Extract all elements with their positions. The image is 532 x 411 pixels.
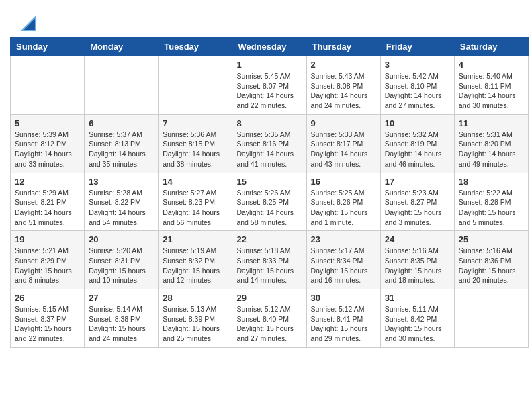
day-info: Sunrise: 5:35 AMSunset: 8:16 PMDaylight:… — [236, 130, 302, 169]
calendar-cell: 17Sunrise: 5:23 AMSunset: 8:27 PMDayligh… — [380, 173, 454, 231]
weekday-header: Monday — [85, 38, 159, 56]
calendar-cell: 2Sunrise: 5:43 AMSunset: 8:08 PMDaylight… — [306, 56, 380, 115]
day-info: Sunrise: 5:37 AMSunset: 8:13 PMDaylight:… — [89, 130, 154, 169]
day-number: 24 — [385, 234, 450, 244]
day-number: 31 — [385, 293, 450, 303]
calendar-cell: 24Sunrise: 5:16 AMSunset: 8:35 PMDayligh… — [380, 231, 454, 289]
calendar-cell: 18Sunrise: 5:22 AMSunset: 8:28 PMDayligh… — [454, 173, 528, 231]
day-info: Sunrise: 5:16 AMSunset: 8:35 PMDaylight:… — [385, 246, 450, 285]
calendar-cell: 15Sunrise: 5:26 AMSunset: 8:25 PMDayligh… — [232, 173, 306, 231]
calendar-cell: 20Sunrise: 5:20 AMSunset: 8:31 PMDayligh… — [85, 231, 159, 289]
day-number: 5 — [15, 118, 80, 128]
calendar-table: SundayMondayTuesdayWednesdayThursdayFrid… — [10, 37, 529, 348]
day-number: 18 — [459, 177, 524, 187]
day-number: 25 — [459, 234, 524, 244]
day-number: 27 — [89, 293, 154, 303]
calendar-cell — [11, 56, 85, 115]
calendar-cell: 12Sunrise: 5:29 AMSunset: 8:21 PMDayligh… — [11, 173, 85, 231]
day-info: Sunrise: 5:23 AMSunset: 8:27 PMDaylight:… — [385, 188, 450, 228]
day-number: 20 — [89, 234, 154, 244]
day-number: 9 — [311, 118, 376, 128]
day-info: Sunrise: 5:20 AMSunset: 8:31 PMDaylight:… — [89, 246, 154, 285]
day-info: Sunrise: 5:19 AMSunset: 8:32 PMDaylight:… — [163, 246, 228, 285]
day-number: 29 — [236, 293, 302, 303]
day-info: Sunrise: 5:26 AMSunset: 8:25 PMDaylight:… — [236, 188, 302, 228]
calendar-cell: 25Sunrise: 5:16 AMSunset: 8:36 PMDayligh… — [454, 231, 528, 289]
day-number: 22 — [236, 234, 302, 244]
calendar-cell: 21Sunrise: 5:19 AMSunset: 8:32 PMDayligh… — [159, 231, 232, 289]
day-number: 30 — [311, 293, 376, 303]
page-header — [7, 7, 525, 37]
day-info: Sunrise: 5:40 AMSunset: 8:11 PMDaylight:… — [459, 71, 524, 111]
day-number: 8 — [236, 118, 302, 128]
day-info: Sunrise: 5:25 AMSunset: 8:26 PMDaylight:… — [311, 188, 376, 228]
day-number: 4 — [459, 60, 524, 70]
calendar-cell: 29Sunrise: 5:12 AMSunset: 8:40 PMDayligh… — [232, 289, 306, 348]
calendar-cell: 27Sunrise: 5:14 AMSunset: 8:38 PMDayligh… — [85, 289, 159, 348]
day-info: Sunrise: 5:42 AMSunset: 8:10 PMDaylight:… — [385, 71, 450, 111]
day-number: 28 — [163, 293, 228, 303]
day-number: 11 — [459, 118, 524, 128]
day-info: Sunrise: 5:29 AMSunset: 8:21 PMDaylight:… — [15, 188, 80, 228]
day-number: 19 — [15, 234, 80, 244]
day-info: Sunrise: 5:16 AMSunset: 8:36 PMDaylight:… — [459, 246, 524, 285]
day-info: Sunrise: 5:36 AMSunset: 8:15 PMDaylight:… — [163, 130, 228, 169]
day-number: 7 — [163, 118, 228, 128]
calendar-cell: 1Sunrise: 5:45 AMSunset: 8:07 PMDaylight… — [232, 56, 306, 115]
day-number: 14 — [163, 177, 228, 187]
calendar-cell: 3Sunrise: 5:42 AMSunset: 8:10 PMDaylight… — [380, 56, 454, 115]
calendar-week-row: 12Sunrise: 5:29 AMSunset: 8:21 PMDayligh… — [11, 173, 529, 231]
weekday-header: Friday — [380, 38, 454, 56]
day-number: 3 — [385, 60, 450, 70]
calendar-cell: 31Sunrise: 5:11 AMSunset: 8:42 PMDayligh… — [380, 289, 454, 348]
day-info: Sunrise: 5:39 AMSunset: 8:12 PMDaylight:… — [15, 130, 80, 169]
day-info: Sunrise: 5:21 AMSunset: 8:29 PMDaylight:… — [15, 246, 80, 285]
day-number: 6 — [89, 118, 154, 128]
day-number: 21 — [163, 234, 228, 244]
calendar-cell: 30Sunrise: 5:12 AMSunset: 8:41 PMDayligh… — [306, 289, 380, 348]
day-number: 23 — [311, 234, 376, 244]
day-info: Sunrise: 5:27 AMSunset: 8:23 PMDaylight:… — [163, 188, 228, 228]
calendar-cell: 14Sunrise: 5:27 AMSunset: 8:23 PMDayligh… — [159, 173, 232, 231]
day-info: Sunrise: 5:45 AMSunset: 8:07 PMDaylight:… — [236, 71, 302, 111]
calendar-cell: 5Sunrise: 5:39 AMSunset: 8:12 PMDaylight… — [11, 114, 85, 173]
calendar-cell: 28Sunrise: 5:13 AMSunset: 8:39 PMDayligh… — [159, 289, 232, 348]
calendar-cell: 4Sunrise: 5:40 AMSunset: 8:11 PMDaylight… — [454, 56, 528, 115]
calendar-cell: 11Sunrise: 5:31 AMSunset: 8:20 PMDayligh… — [454, 114, 528, 173]
calendar-week-row: 19Sunrise: 5:21 AMSunset: 8:29 PMDayligh… — [11, 231, 529, 289]
day-number: 10 — [385, 118, 450, 128]
calendar-cell: 7Sunrise: 5:36 AMSunset: 8:15 PMDaylight… — [159, 114, 232, 173]
day-info: Sunrise: 5:28 AMSunset: 8:22 PMDaylight:… — [89, 188, 154, 228]
calendar-cell: 6Sunrise: 5:37 AMSunset: 8:13 PMDaylight… — [85, 114, 159, 173]
day-number: 2 — [311, 60, 376, 70]
calendar-week-row: 5Sunrise: 5:39 AMSunset: 8:12 PMDaylight… — [11, 114, 529, 173]
calendar-cell — [85, 56, 159, 115]
calendar-cell — [159, 56, 232, 115]
calendar-cell: 10Sunrise: 5:32 AMSunset: 8:19 PMDayligh… — [380, 114, 454, 173]
calendar-header-row: SundayMondayTuesdayWednesdayThursdayFrid… — [11, 38, 529, 56]
calendar-cell: 13Sunrise: 5:28 AMSunset: 8:22 PMDayligh… — [85, 173, 159, 231]
calendar-week-row: 26Sunrise: 5:15 AMSunset: 8:37 PMDayligh… — [11, 289, 529, 348]
day-info: Sunrise: 5:12 AMSunset: 8:40 PMDaylight:… — [236, 304, 302, 344]
weekday-header: Wednesday — [232, 38, 306, 56]
calendar-cell: 26Sunrise: 5:15 AMSunset: 8:37 PMDayligh… — [11, 289, 85, 348]
day-info: Sunrise: 5:22 AMSunset: 8:28 PMDaylight:… — [459, 188, 524, 228]
day-info: Sunrise: 5:33 AMSunset: 8:17 PMDaylight:… — [311, 130, 376, 169]
day-info: Sunrise: 5:13 AMSunset: 8:39 PMDaylight:… — [163, 304, 228, 344]
day-number: 1 — [236, 60, 302, 70]
calendar-cell: 19Sunrise: 5:21 AMSunset: 8:29 PMDayligh… — [11, 231, 85, 289]
day-number: 16 — [311, 177, 376, 187]
day-number: 17 — [385, 177, 450, 187]
calendar-cell: 8Sunrise: 5:35 AMSunset: 8:16 PMDaylight… — [232, 114, 306, 173]
calendar-week-row: 1Sunrise: 5:45 AMSunset: 8:07 PMDaylight… — [11, 56, 529, 115]
day-info: Sunrise: 5:14 AMSunset: 8:38 PMDaylight:… — [89, 304, 154, 344]
day-number: 12 — [15, 177, 80, 187]
logo — [17, 13, 39, 34]
day-info: Sunrise: 5:11 AMSunset: 8:42 PMDaylight:… — [385, 304, 450, 344]
weekday-header: Sunday — [11, 38, 85, 56]
day-info: Sunrise: 5:18 AMSunset: 8:33 PMDaylight:… — [236, 246, 302, 285]
calendar-cell: 9Sunrise: 5:33 AMSunset: 8:17 PMDaylight… — [306, 114, 380, 173]
weekday-header: Tuesday — [159, 38, 232, 56]
day-info: Sunrise: 5:43 AMSunset: 8:08 PMDaylight:… — [311, 71, 376, 111]
logo-icon — [19, 13, 39, 34]
